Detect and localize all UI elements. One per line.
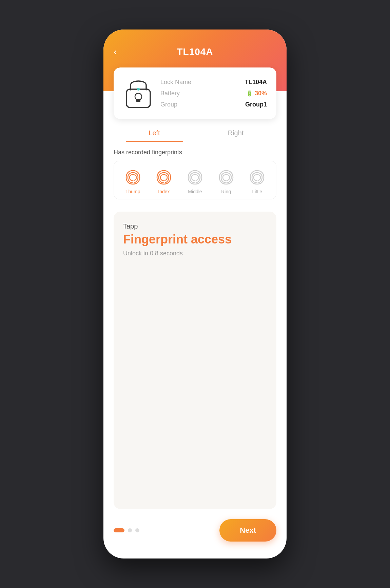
fingerprint-thumb-label: Thump <box>125 189 140 194</box>
lock-card: Lock Name TL104A Battery 🔋 30% Group Gro… <box>114 67 276 119</box>
fingerprint-ring-label: Ring <box>221 189 231 194</box>
tab-right[interactable]: Right <box>195 129 276 142</box>
battery-label: Battery <box>160 90 180 97</box>
promo-subtitle: Tapp <box>123 222 267 230</box>
fingerprint-middle[interactable]: Middle <box>186 169 204 194</box>
fingerprints-section-label: Has recorded fingerprints <box>114 149 276 156</box>
group-value: Group1 <box>245 101 267 108</box>
fingerprints-box: Thump Index <box>114 161 276 199</box>
svg-rect-2 <box>136 99 140 102</box>
fingerprint-little-label: Little <box>252 189 262 194</box>
next-button[interactable]: Next <box>219 519 276 542</box>
svg-point-3 <box>137 88 140 91</box>
group-label: Group <box>160 101 177 108</box>
bottom-bar: Next <box>103 519 287 558</box>
fingerprint-ring[interactable]: Ring <box>217 169 235 194</box>
tabs: Left Right <box>114 129 276 142</box>
main-content: Left Right Has recorded fingerprints Thu… <box>103 119 287 519</box>
promo-section: Tapp Fingerprint access Unlock in 0.8 se… <box>114 212 276 509</box>
tab-left[interactable]: Left <box>114 129 195 142</box>
page-dots <box>114 528 139 532</box>
promo-description: Unlock in 0.8 seconds <box>123 250 267 257</box>
lock-name-label: Lock Name <box>160 79 191 86</box>
fingerprint-index-label: Index <box>158 189 170 194</box>
lock-icon <box>123 76 154 111</box>
lock-name-value: TL104A <box>245 79 267 86</box>
lock-info: Lock Name TL104A Battery 🔋 30% Group Gro… <box>160 79 267 108</box>
battery-icon: 🔋 <box>246 90 253 97</box>
fingerprint-thumb[interactable]: Thump <box>124 169 142 194</box>
phone-shell: ‹ TL104A Lock Name TL104A <box>103 30 287 558</box>
fingerprint-middle-label: Middle <box>188 189 202 194</box>
dot-1 <box>114 528 124 532</box>
header-title: TL104A <box>177 46 213 57</box>
promo-title: Fingerprint access <box>123 232 267 247</box>
svg-rect-0 <box>126 89 150 107</box>
dot-3 <box>135 528 139 532</box>
battery-value: 🔋 30% <box>246 90 267 97</box>
dot-2 <box>128 528 132 532</box>
back-button[interactable]: ‹ <box>114 46 117 57</box>
fingerprint-index[interactable]: Index <box>155 169 173 194</box>
fingerprint-little[interactable]: Little <box>248 169 266 194</box>
